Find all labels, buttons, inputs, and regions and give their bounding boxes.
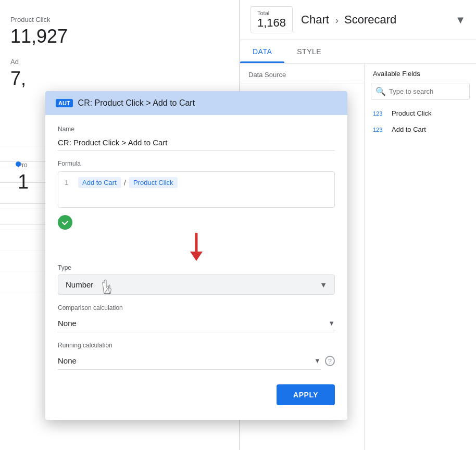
running-label: Running calculation (58, 342, 335, 349)
tab-data[interactable]: DATA (240, 40, 284, 63)
formula-label: Formula (58, 160, 335, 167)
data-source-label: Data Source (240, 64, 364, 83)
metric2-label: Ad (10, 58, 229, 66)
total-value: 1,168 (257, 16, 286, 30)
field-add-to-cart[interactable]: 123 Add to Cart (365, 121, 476, 138)
formula-token-1[interactable]: Add to Cart (78, 177, 121, 188)
breadcrumb-scorecard[interactable]: Scorecard (344, 13, 396, 26)
field-badge-1: 123 (373, 110, 387, 117)
comparison-value: None (58, 319, 328, 328)
running-row: None ▼ ? (58, 352, 335, 370)
breadcrumb: Chart › Scorecard (301, 13, 455, 27)
panel-chevron-icon[interactable]: ▼ (455, 14, 466, 26)
type-value: Number (66, 280, 320, 289)
svg-marker-1 (190, 252, 203, 261)
panel-header: Total 1,168 Chart › Scorecard ▼ (240, 0, 476, 40)
formula-editor[interactable]: 1 Add to Cart / Product Click (58, 171, 335, 208)
type-select[interactable]: Number ▼ (58, 274, 335, 295)
total-label: Total (257, 10, 286, 16)
running-dropdown-arrow: ▼ (314, 357, 321, 365)
name-label: Name (58, 126, 335, 133)
type-label: Type (58, 264, 335, 271)
apply-row: APPLY (58, 384, 335, 409)
breadcrumb-separator: › (335, 15, 341, 26)
check-icon (58, 215, 72, 230)
field-name-2: Add to Cart (392, 126, 426, 133)
metric-product-click: Product Click 11,927 (10, 16, 229, 47)
comparison-select[interactable]: None ▼ (58, 315, 335, 332)
metric1-value: 11,927 (10, 26, 229, 47)
type-dropdown-arrow: ▼ (320, 281, 327, 289)
total-box: Total 1,168 (250, 6, 293, 33)
comparison-label: Comparison calculation (58, 304, 335, 311)
formula-content: Add to Cart / Product Click (78, 177, 178, 188)
name-input[interactable] (58, 136, 335, 151)
comparison-dropdown-arrow: ▼ (328, 319, 335, 327)
metric-ad: Ad 7, (10, 58, 229, 90)
field-badge-2: 123 (373, 127, 387, 133)
formula-divider: / (124, 178, 126, 187)
panel-tabs: DATA STYLE (240, 40, 476, 64)
red-arrow (58, 233, 335, 262)
running-help-icon[interactable]: ? (325, 356, 335, 366)
search-input[interactable] (389, 88, 465, 95)
running-select[interactable]: None ▼ (58, 352, 321, 370)
formula-line-number: 1 (65, 177, 73, 186)
available-fields-section: Available Fields 🔍 123 Product Click 123… (365, 64, 476, 450)
running-value: None (58, 356, 314, 365)
field-name-1: Product Click (392, 109, 432, 117)
formula-token-2[interactable]: Product Click (129, 177, 178, 188)
apply-button[interactable]: APPLY (277, 384, 335, 405)
tab-style[interactable]: STYLE (284, 40, 334, 63)
metric1-label: Product Click (10, 16, 229, 23)
metric2-value: 7, (10, 68, 229, 90)
breadcrumb-chart[interactable]: Chart (301, 13, 329, 26)
available-fields-title: Available Fields (365, 70, 476, 83)
field-product-click[interactable]: 123 Product Click (365, 105, 476, 121)
modal-title: CR: Product Click > Add to Cart (78, 98, 195, 108)
modal-body: Name Formula 1 Add to Cart / Product Cli… (45, 115, 347, 420)
chart-dot (16, 161, 21, 167)
type-section: Type Number ▼ (58, 264, 335, 295)
modal-title-bar: AUT CR: Product Click > Add to Cart (45, 91, 347, 115)
chart-small-value: 1 (18, 171, 29, 193)
search-box[interactable]: 🔍 (371, 83, 470, 100)
aut-badge: AUT (56, 99, 73, 107)
modal-dialog: AUT CR: Product Click > Add to Cart Name… (45, 91, 347, 420)
search-icon: 🔍 (375, 86, 386, 96)
